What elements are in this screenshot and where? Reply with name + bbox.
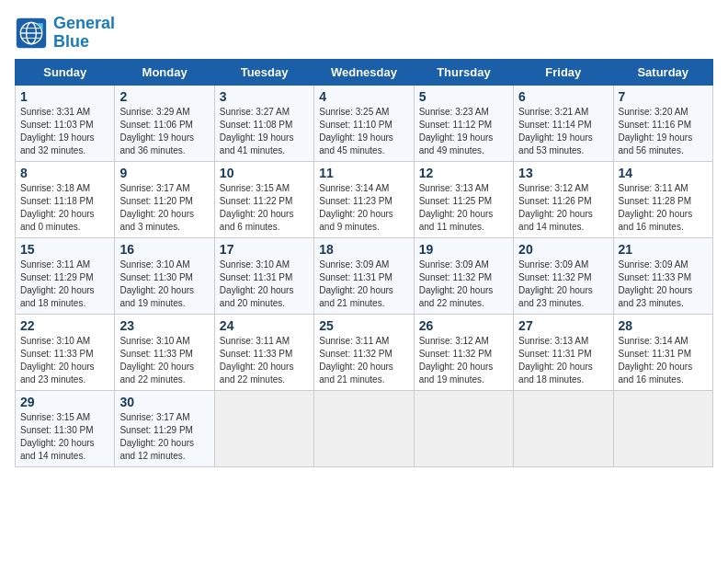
day-detail: Sunrise: 3:20 AM Sunset: 11:16 PM Daylig… — [619, 106, 708, 157]
calendar-cell: 14Sunrise: 3:11 AM Sunset: 11:28 PM Dayl… — [613, 161, 712, 237]
calendar-cell: 5Sunrise: 3:23 AM Sunset: 11:12 PM Dayli… — [414, 85, 513, 161]
calendar-cell: 24Sunrise: 3:11 AM Sunset: 11:33 PM Dayl… — [214, 314, 313, 390]
day-number: 5 — [419, 89, 508, 104]
day-number: 22 — [20, 318, 109, 333]
calendar-cell: 15Sunrise: 3:11 AM Sunset: 11:29 PM Dayl… — [16, 237, 115, 314]
day-detail: Sunrise: 3:12 AM Sunset: 11:32 PM Daylig… — [419, 335, 508, 386]
day-detail: Sunrise: 3:18 AM Sunset: 11:18 PM Daylig… — [20, 182, 109, 234]
day-number: 12 — [419, 166, 508, 180]
day-detail: Sunrise: 3:12 AM Sunset: 11:26 PM Daylig… — [518, 182, 608, 234]
day-detail: Sunrise: 3:23 AM Sunset: 11:12 PM Daylig… — [419, 106, 508, 157]
day-detail: Sunrise: 3:17 AM Sunset: 11:29 PM Daylig… — [119, 411, 209, 463]
calendar-cell: 23Sunrise: 3:10 AM Sunset: 11:33 PM Dayl… — [115, 314, 214, 390]
day-detail: Sunrise: 3:09 AM Sunset: 11:32 PM Daylig… — [419, 259, 508, 310]
day-number: 23 — [119, 318, 209, 333]
calendar-cell: 12Sunrise: 3:13 AM Sunset: 11:25 PM Dayl… — [414, 161, 513, 237]
week-row-2: 8Sunrise: 3:18 AM Sunset: 11:18 PM Dayli… — [16, 161, 713, 237]
calendar-cell: 11Sunrise: 3:14 AM Sunset: 11:23 PM Dayl… — [314, 161, 414, 237]
day-detail: Sunrise: 3:14 AM Sunset: 11:23 PM Daylig… — [319, 182, 408, 234]
day-detail: Sunrise: 3:21 AM Sunset: 11:14 PM Daylig… — [518, 106, 608, 157]
day-number: 24 — [220, 318, 309, 333]
calendar-cell: 21Sunrise: 3:09 AM Sunset: 11:33 PM Dayl… — [613, 237, 712, 314]
day-number: 4 — [319, 89, 408, 104]
calendar-cell: 8Sunrise: 3:18 AM Sunset: 11:18 PM Dayli… — [16, 161, 115, 237]
calendar-cell: 30Sunrise: 3:17 AM Sunset: 11:29 PM Dayl… — [115, 390, 214, 466]
calendar-cell: 3Sunrise: 3:27 AM Sunset: 11:08 PM Dayli… — [214, 85, 313, 161]
calendar-cell: 1Sunrise: 3:31 AM Sunset: 11:03 PM Dayli… — [16, 85, 115, 161]
header: General Blue — [15, 15, 713, 52]
week-row-5: 29Sunrise: 3:15 AM Sunset: 11:30 PM Dayl… — [16, 390, 713, 466]
day-detail: Sunrise: 3:09 AM Sunset: 11:31 PM Daylig… — [319, 259, 408, 310]
calendar-table: Sunday Monday Tuesday Wednesday Thursday… — [15, 59, 713, 467]
calendar-cell: 6Sunrise: 3:21 AM Sunset: 11:14 PM Dayli… — [514, 85, 613, 161]
day-number: 11 — [319, 166, 408, 180]
calendar-cell: 18Sunrise: 3:09 AM Sunset: 11:31 PM Dayl… — [314, 237, 414, 314]
calendar-cell: 13Sunrise: 3:12 AM Sunset: 11:26 PM Dayl… — [514, 161, 613, 237]
day-number: 26 — [419, 318, 508, 333]
day-number: 29 — [20, 395, 109, 409]
day-number: 6 — [518, 89, 608, 104]
day-number: 20 — [518, 242, 608, 257]
day-number: 15 — [20, 242, 109, 257]
header-thursday: Thursday — [414, 59, 513, 85]
day-number: 14 — [619, 166, 708, 180]
day-number: 18 — [319, 242, 408, 257]
day-number: 21 — [619, 242, 708, 257]
logo: General Blue — [15, 15, 115, 52]
day-number: 19 — [419, 242, 508, 257]
calendar-cell: 4Sunrise: 3:25 AM Sunset: 11:10 PM Dayli… — [314, 85, 414, 161]
calendar-cell — [414, 390, 513, 466]
header-sunday: Sunday — [16, 59, 115, 85]
day-number: 13 — [518, 166, 608, 180]
week-row-1: 1Sunrise: 3:31 AM Sunset: 11:03 PM Dayli… — [16, 85, 713, 161]
week-row-3: 15Sunrise: 3:11 AM Sunset: 11:29 PM Dayl… — [16, 237, 713, 314]
calendar-cell: 26Sunrise: 3:12 AM Sunset: 11:32 PM Dayl… — [414, 314, 513, 390]
day-number: 25 — [319, 318, 408, 333]
day-detail: Sunrise: 3:11 AM Sunset: 11:29 PM Daylig… — [20, 259, 109, 310]
day-detail: Sunrise: 3:15 AM Sunset: 11:22 PM Daylig… — [220, 182, 309, 234]
calendar-cell: 20Sunrise: 3:09 AM Sunset: 11:32 PM Dayl… — [514, 237, 613, 314]
day-detail: Sunrise: 3:13 AM Sunset: 11:25 PM Daylig… — [419, 182, 508, 234]
day-number: 9 — [119, 166, 209, 180]
calendar-cell: 16Sunrise: 3:10 AM Sunset: 11:30 PM Dayl… — [115, 237, 214, 314]
header-saturday: Saturday — [613, 59, 712, 85]
calendar-cell: 2Sunrise: 3:29 AM Sunset: 11:06 PM Dayli… — [115, 85, 214, 161]
day-detail: Sunrise: 3:29 AM Sunset: 11:06 PM Daylig… — [119, 106, 209, 157]
calendar-cell — [314, 390, 414, 466]
day-detail: Sunrise: 3:14 AM Sunset: 11:31 PM Daylig… — [619, 335, 708, 386]
calendar-cell: 22Sunrise: 3:10 AM Sunset: 11:33 PM Dayl… — [16, 314, 115, 390]
calendar-cell: 27Sunrise: 3:13 AM Sunset: 11:31 PM Dayl… — [514, 314, 613, 390]
header-tuesday: Tuesday — [214, 59, 313, 85]
day-detail: Sunrise: 3:13 AM Sunset: 11:31 PM Daylig… — [518, 335, 608, 386]
day-detail: Sunrise: 3:11 AM Sunset: 11:28 PM Daylig… — [619, 182, 708, 234]
day-number: 28 — [619, 318, 708, 333]
day-detail: Sunrise: 3:09 AM Sunset: 11:32 PM Daylig… — [518, 259, 608, 310]
calendar-cell — [613, 390, 712, 466]
day-number: 16 — [119, 242, 209, 257]
day-detail: Sunrise: 3:10 AM Sunset: 11:33 PM Daylig… — [20, 335, 109, 386]
day-detail: Sunrise: 3:10 AM Sunset: 11:30 PM Daylig… — [119, 259, 209, 310]
day-detail: Sunrise: 3:27 AM Sunset: 11:08 PM Daylig… — [220, 106, 309, 157]
day-number: 27 — [518, 318, 608, 333]
header-friday: Friday — [514, 59, 613, 85]
calendar-cell: 29Sunrise: 3:15 AM Sunset: 11:30 PM Dayl… — [16, 390, 115, 466]
day-number: 8 — [20, 166, 109, 180]
day-number: 10 — [220, 166, 309, 180]
calendar-cell: 10Sunrise: 3:15 AM Sunset: 11:22 PM Dayl… — [214, 161, 313, 237]
calendar-cell: 7Sunrise: 3:20 AM Sunset: 11:16 PM Dayli… — [613, 85, 712, 161]
calendar-body: 1Sunrise: 3:31 AM Sunset: 11:03 PM Dayli… — [16, 85, 713, 466]
logo-icon — [15, 17, 48, 50]
day-detail: Sunrise: 3:11 AM Sunset: 11:32 PM Daylig… — [319, 335, 408, 386]
calendar-cell: 17Sunrise: 3:10 AM Sunset: 11:31 PM Dayl… — [214, 237, 313, 314]
logo-text: General Blue — [53, 15, 115, 52]
calendar-cell: 28Sunrise: 3:14 AM Sunset: 11:31 PM Dayl… — [613, 314, 712, 390]
day-number: 7 — [619, 89, 708, 104]
week-row-4: 22Sunrise: 3:10 AM Sunset: 11:33 PM Dayl… — [16, 314, 713, 390]
day-number: 2 — [119, 89, 209, 104]
day-number: 3 — [220, 89, 309, 104]
header-monday: Monday — [115, 59, 214, 85]
weekday-header-row: Sunday Monday Tuesday Wednesday Thursday… — [16, 59, 713, 85]
calendar-cell — [514, 390, 613, 466]
calendar-cell: 9Sunrise: 3:17 AM Sunset: 11:20 PM Dayli… — [115, 161, 214, 237]
day-number: 30 — [119, 395, 209, 409]
